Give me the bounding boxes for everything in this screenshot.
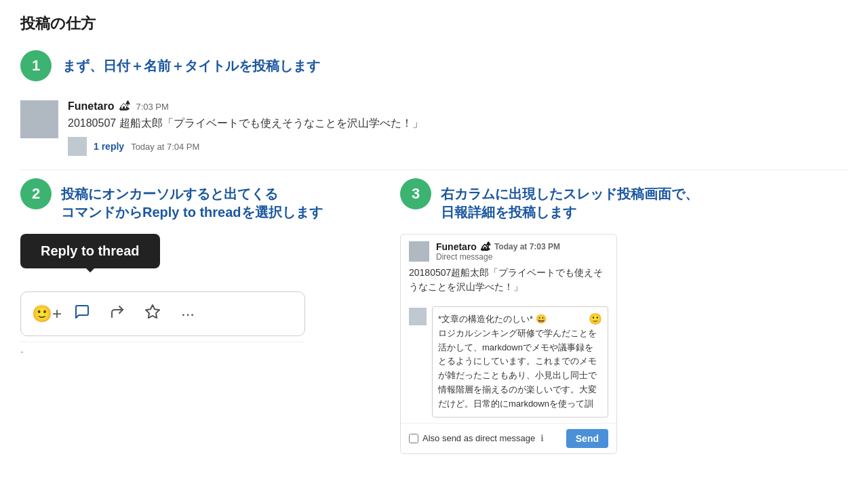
thread-reply-text: *文章の構造化たのしい* 😀 ロジカルシンキング研修で学んだことを 活かして、m…: [438, 312, 602, 411]
emoji-react-button[interactable]: 🙂+: [32, 299, 62, 329]
thread-subtitle: Direct message: [436, 252, 608, 262]
message-time: 7:03 PM: [136, 102, 168, 112]
reply-icon: [74, 304, 90, 324]
thread-username: Funetaro 🏕 Today at 7:03 PM: [436, 241, 608, 252]
reply-row: 1 reply Today at 7:04 PM: [68, 137, 848, 156]
step1-row: 1 まず、日付＋名前＋タイトルを投稿します: [20, 50, 848, 81]
message-text: 20180507 超船太郎「プライベートでも使えそうなことを沢山学べた！」: [68, 115, 848, 131]
step1-badge: 1: [20, 50, 52, 81]
reply-time: Today at 7:04 PM: [131, 142, 199, 152]
divider: [20, 169, 848, 170]
steps-row: 2 投稿にオンカーソルすると出てくる コマンドからReply to thread…: [20, 178, 848, 222]
emoji-react-icon: 🙂+: [32, 304, 62, 323]
star-icon: [144, 304, 161, 324]
thread-panel: Funetaro 🏕 Today at 7:03 PM Direct messa…: [400, 234, 617, 454]
thread-reply-avatar: [409, 308, 427, 325]
tooltip-box: Reply to thread: [20, 234, 160, 268]
tooltip-container: Reply to thread: [20, 234, 160, 268]
page-title: 投稿の仕方: [20, 14, 848, 34]
step3-header: 3 右カラムに出現したスレッド投稿画面で、 日報詳細を投稿します: [387, 178, 848, 222]
message-block: Funetaro 🏕 7:03 PM 20180507 超船太郎「プライベートで…: [20, 95, 848, 161]
reply-count[interactable]: 1 reply: [94, 141, 124, 152]
step2-header: 2 投稿にオンカーソルすると出てくる コマンドからReply to thread…: [20, 178, 387, 222]
action-bar: 🙂+: [20, 291, 305, 336]
message-content: Funetaro 🏕 7:03 PM 20180507 超船太郎「プライベートで…: [68, 100, 848, 156]
thread-emoji-icon: 🏕: [481, 241, 490, 252]
thread-avatar: [409, 241, 429, 262]
thread-message-text: 20180507超船太郎「プライベートでも使えそうなことを沢山学べた！」: [401, 266, 616, 301]
reply-thread-button[interactable]: [67, 299, 97, 329]
page-container: 投稿の仕方 1 まず、日付＋名前＋タイトルを投稿します Funetaro 🏕 7…: [0, 0, 868, 468]
step1-description: まず、日付＋名前＋タイトルを投稿します: [62, 50, 320, 75]
reply-avatar: [68, 137, 87, 156]
step3-description: 右カラムに出現したスレッド投稿画面で、 日報詳細を投稿します: [441, 178, 698, 222]
message-username: Funetaro: [68, 100, 114, 113]
thread-footer: Also send as direct message ℹ Send: [401, 423, 616, 453]
thread-reply-area: *文章の構造化たのしい* 😀 ロジカルシンキング研修で学んだことを 活かして、m…: [401, 301, 616, 423]
thread-panel-header: Funetaro 🏕 Today at 7:03 PM Direct messa…: [401, 235, 616, 266]
dash-indicator: -: [20, 346, 24, 357]
share-button[interactable]: [102, 299, 132, 329]
message-emoji-icon: 🏕: [119, 100, 130, 113]
step2-description: 投稿にオンカーソルすると出てくる コマンドからReply to threadを選…: [61, 178, 323, 222]
star-button[interactable]: [138, 299, 167, 329]
right-column: Funetaro 🏕 Today at 7:03 PM Direct messa…: [387, 234, 848, 454]
also-direct-label[interactable]: Also send as direct message: [409, 433, 535, 443]
thread-header-info: Funetaro 🏕 Today at 7:03 PM Direct messa…: [436, 241, 608, 262]
left-column: Reply to thread 🙂+: [20, 234, 387, 454]
message-header: Funetaro 🏕 7:03 PM: [68, 100, 848, 113]
svg-marker-0: [146, 305, 159, 318]
bottom-area: Reply to thread 🙂+: [20, 234, 848, 454]
more-icon: ···: [181, 304, 195, 323]
typing-area: -: [20, 342, 305, 362]
send-button[interactable]: Send: [566, 429, 608, 448]
also-direct-checkbox[interactable]: [409, 434, 418, 443]
step3-badge: 3: [400, 178, 431, 209]
step2-badge: 2: [20, 178, 52, 209]
share-icon: [109, 304, 125, 324]
avatar: [20, 100, 58, 138]
smiley-icon[interactable]: 🙂: [589, 311, 602, 327]
info-icon[interactable]: ℹ: [540, 433, 544, 443]
more-button[interactable]: ···: [173, 299, 203, 329]
thread-reply-box[interactable]: *文章の構造化たのしい* 😀 ロジカルシンキング研修で学んだことを 活かして、m…: [432, 306, 608, 418]
